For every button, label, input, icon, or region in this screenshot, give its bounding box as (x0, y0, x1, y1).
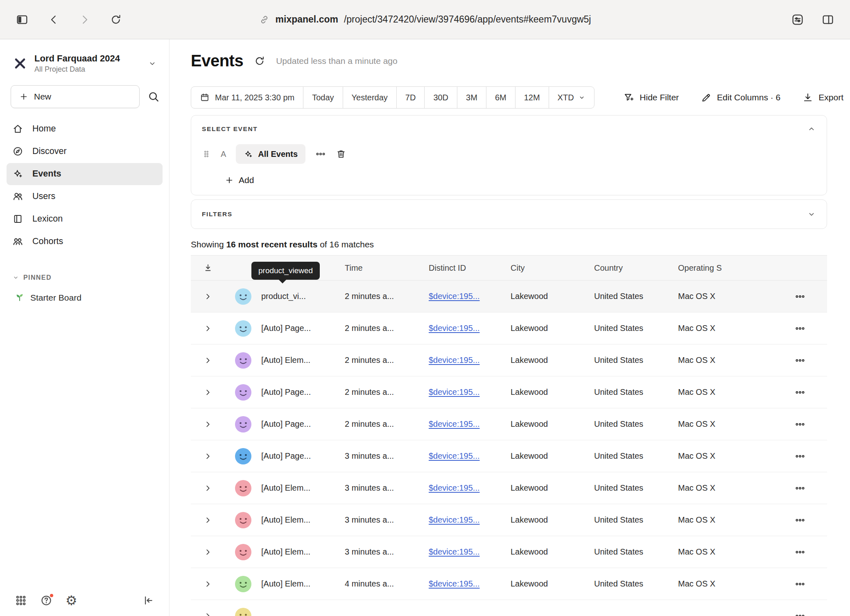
range-7d[interactable]: 7D (396, 86, 425, 109)
chevron-up-icon[interactable] (807, 125, 816, 134)
edit-columns-button[interactable]: Edit Columns · 6 (701, 92, 780, 103)
distinct-id-link[interactable]: $device:195... (429, 579, 511, 589)
select-event-title: SELECT EVENT (202, 125, 258, 133)
table-row[interactable]: [Auto] Elem... 3 minutes a... $device:19… (191, 472, 827, 504)
table-row[interactable]: [Auto] Elem... 3 minutes a... $device:19… (191, 536, 827, 568)
row-expander-icon[interactable] (191, 611, 225, 616)
range-xtd[interactable]: XTD (549, 86, 595, 109)
address-bar[interactable]: mixpanel.com/project/3472420/view/397469… (259, 14, 591, 25)
distinct-id-link[interactable]: $device:195... (429, 547, 511, 557)
table-row[interactable] (191, 600, 827, 616)
row-expander-icon[interactable] (191, 516, 225, 525)
date-picker[interactable]: Mar 11, 2025 3:30 pm (191, 86, 303, 109)
row-actions-icon[interactable] (773, 451, 827, 462)
city-cell: Lakewood (511, 547, 594, 557)
row-expander-icon[interactable] (191, 388, 225, 397)
refresh-icon[interactable] (254, 55, 265, 67)
back-icon[interactable] (47, 14, 60, 26)
table-row[interactable]: [Auto] Page... 2 minutes a... $device:19… (191, 408, 827, 440)
sparkle-icon (244, 149, 253, 159)
row-actions-icon[interactable] (773, 291, 827, 302)
table-row[interactable]: [Auto] Page... 2 minutes a... $device:19… (191, 376, 827, 408)
row-actions-icon[interactable] (773, 515, 827, 525)
event-selector-chip[interactable]: All Events (236, 144, 305, 164)
arrow-to-bottom-icon[interactable] (191, 263, 225, 273)
split-view-icon[interactable] (821, 13, 834, 26)
event-name-cell: [Auto] Page... (261, 419, 345, 429)
table-row[interactable]: [Auto] Elem... 4 minutes a... $device:19… (191, 568, 827, 600)
pinned-section-header[interactable]: PINNED (12, 274, 169, 281)
distinct-id-link[interactable]: $device:195... (429, 419, 511, 429)
distinct-id-link[interactable]: $device:195... (429, 483, 511, 493)
distinct-id-link[interactable]: $device:195... (429, 451, 511, 461)
row-expander-icon[interactable] (191, 420, 225, 429)
row-actions-icon[interactable] (773, 355, 827, 366)
distinct-id-link[interactable]: $device:195... (429, 387, 511, 397)
row-actions-icon[interactable] (773, 419, 827, 430)
distinct-id-link[interactable]: $device:195... (429, 292, 511, 301)
sidebar-item-events[interactable]: Events (7, 163, 163, 185)
workspace-switcher[interactable]: Lord Farquaad 2024 All Project Data (0, 39, 169, 74)
range-yesterday[interactable]: Yesterday (343, 86, 397, 109)
export-button[interactable]: Export (803, 92, 843, 103)
sidebar-item-cohorts[interactable]: Cohorts (7, 231, 163, 253)
row-actions-icon[interactable] (773, 547, 827, 557)
sidebar-item-label: Lexicon (32, 214, 63, 224)
row-expander-icon[interactable] (191, 548, 225, 557)
drag-handle-icon[interactable] (202, 149, 211, 159)
chevron-down-icon[interactable] (807, 210, 816, 219)
distinct-id-link[interactable]: $device:195... (429, 324, 511, 333)
collapse-sidebar-icon[interactable] (142, 594, 154, 607)
row-actions-icon[interactable] (773, 483, 827, 494)
new-button[interactable]: New (11, 85, 140, 108)
event-name-cell: [Auto] Elem... (261, 356, 345, 365)
gear-icon[interactable]: ⚙ (66, 594, 77, 607)
range-3m[interactable]: 3M (457, 86, 486, 109)
time-cell: 3 minutes a... (345, 483, 429, 493)
row-actions-icon[interactable] (773, 323, 827, 334)
country-cell: United States (594, 515, 678, 525)
pinned-item-starter-board[interactable]: Starter Board (15, 292, 169, 304)
table-row[interactable]: [Auto] Elem... 2 minutes a... $device:19… (191, 344, 827, 376)
sidebar-item-discover[interactable]: Discover (7, 140, 163, 163)
browser-sidebar-icon[interactable] (16, 13, 29, 26)
apps-grid-icon[interactable] (15, 594, 27, 607)
more-options-icon[interactable] (315, 149, 326, 159)
avatar (235, 608, 251, 616)
sidebar-item-lexicon[interactable]: Lexicon (7, 208, 163, 230)
forward-icon[interactable] (79, 14, 91, 26)
range-today[interactable]: Today (303, 86, 343, 109)
row-expander-icon[interactable] (191, 292, 225, 301)
row-expander-icon[interactable] (191, 580, 225, 589)
row-expander-icon[interactable] (191, 484, 225, 493)
reload-icon[interactable] (110, 14, 122, 26)
row-expander-icon[interactable] (191, 324, 225, 333)
distinct-id-link[interactable]: $device:195... (429, 356, 511, 365)
row-expander-icon[interactable] (191, 356, 225, 365)
page-settings-icon[interactable] (791, 13, 804, 26)
row-actions-icon[interactable] (773, 387, 827, 398)
trash-icon[interactable] (336, 149, 346, 159)
row-actions-icon[interactable] (773, 611, 827, 616)
chevron-down-icon (148, 59, 157, 68)
row-expander-icon[interactable] (191, 452, 225, 461)
help-icon[interactable] (40, 594, 52, 607)
sidebar-item-users[interactable]: Users (7, 186, 163, 208)
table-row[interactable]: [Auto] Elem... 3 minutes a... $device:19… (191, 504, 827, 536)
filters-card[interactable]: FILTERS (191, 199, 827, 229)
table-row[interactable]: [Auto] Page... 3 minutes a... $device:19… (191, 440, 827, 472)
range-12m[interactable]: 12M (515, 86, 549, 109)
table-row[interactable]: [Auto] Page... 2 minutes a... $device:19… (191, 313, 827, 344)
city-cell: Lakewood (511, 579, 594, 589)
plus-icon (225, 176, 234, 185)
search-icon[interactable] (147, 90, 160, 103)
table-row[interactable]: product_vi... 2 minutes a... $device:195… (191, 281, 827, 313)
distinct-id-link[interactable]: $device:195... (429, 515, 511, 525)
sidebar-item-home[interactable]: Home (7, 118, 163, 140)
os-cell: Mac OS X (678, 515, 773, 525)
row-actions-icon[interactable] (773, 579, 827, 589)
add-event-button[interactable]: Add (225, 175, 816, 185)
range-6m[interactable]: 6M (486, 86, 515, 109)
range-30d[interactable]: 30D (424, 86, 457, 109)
hide-filter-button[interactable]: Hide Filter (624, 92, 679, 103)
